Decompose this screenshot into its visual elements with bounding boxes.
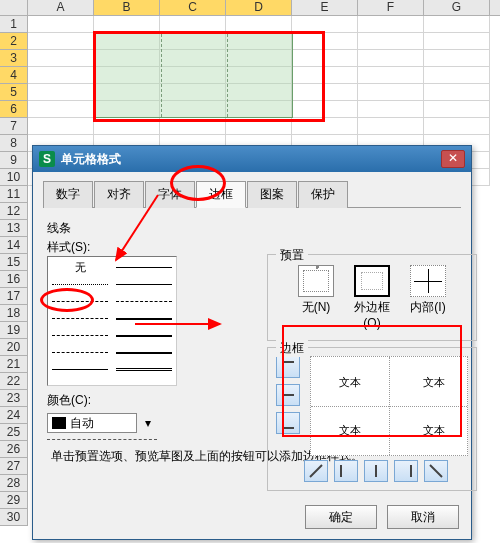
- col-D[interactable]: D: [226, 0, 292, 15]
- row-13[interactable]: 13: [0, 220, 28, 237]
- close-button[interactable]: ✕: [441, 150, 465, 168]
- col-G[interactable]: G: [424, 0, 490, 15]
- tab-border[interactable]: 边框: [196, 181, 246, 208]
- row-11[interactable]: 11: [0, 186, 28, 203]
- row-10[interactable]: 10: [0, 169, 28, 186]
- wps-icon: S: [39, 151, 55, 167]
- row-12[interactable]: 12: [0, 203, 28, 220]
- border-legend: 边框: [276, 340, 308, 357]
- style-opt[interactable]: [52, 329, 108, 342]
- row-28[interactable]: 28: [0, 475, 28, 492]
- border-left-button[interactable]: [334, 460, 358, 482]
- line-section-label: 线条: [47, 220, 197, 237]
- border-right-button[interactable]: [394, 460, 418, 482]
- preset-none[interactable]: 无(N): [295, 265, 337, 330]
- border-diag1-button[interactable]: [304, 460, 328, 482]
- style-opt[interactable]: [116, 261, 172, 274]
- color-value: 自动: [70, 415, 94, 432]
- row-22[interactable]: 22: [0, 373, 28, 390]
- dialog-titlebar[interactable]: S 单元格格式 ✕: [33, 146, 471, 172]
- style-opt[interactable]: [52, 278, 108, 291]
- column-headers: A B C D E F G: [0, 0, 500, 16]
- col-C[interactable]: C: [160, 0, 226, 15]
- line-style-picker[interactable]: 无: [47, 256, 177, 386]
- preset-group: 预置 无(N) 外边框(O) 内部(I): [267, 254, 477, 341]
- row-29[interactable]: 29: [0, 492, 28, 509]
- border-vmid-button[interactable]: [364, 460, 388, 482]
- style-label: 样式(S):: [47, 239, 197, 256]
- row-23[interactable]: 23: [0, 390, 28, 407]
- col-B[interactable]: B: [94, 0, 160, 15]
- row-19[interactable]: 19: [0, 322, 28, 339]
- border-hmid-button[interactable]: [276, 384, 300, 406]
- color-label: 颜色(C):: [47, 392, 197, 409]
- select-all-corner[interactable]: [0, 0, 28, 15]
- dialog-tabs: 数字 对齐 字体 边框 图案 保护: [43, 180, 461, 208]
- row-1[interactable]: 1: [0, 16, 28, 33]
- style-opt[interactable]: [116, 363, 172, 376]
- svg-rect-7: [375, 465, 377, 477]
- col-A[interactable]: A: [28, 0, 94, 15]
- row-8[interactable]: 8: [0, 135, 28, 152]
- row-9[interactable]: 9: [0, 152, 28, 169]
- preset-legend: 预置: [276, 247, 308, 264]
- tab-font[interactable]: 字体: [145, 181, 195, 208]
- row-20[interactable]: 20: [0, 339, 28, 356]
- style-opt[interactable]: [52, 312, 108, 325]
- border-bottom-button[interactable]: [276, 412, 300, 434]
- cancel-button[interactable]: 取消: [387, 505, 459, 529]
- tab-pattern[interactable]: 图案: [247, 181, 297, 208]
- row-15[interactable]: 15: [0, 254, 28, 271]
- color-swatch: [52, 417, 66, 429]
- row-3[interactable]: 3: [0, 50, 28, 67]
- svg-rect-2: [282, 361, 294, 363]
- style-opt[interactable]: [52, 295, 108, 308]
- row-headers: 1 2 3 4 5 6 7 8 9 10 11 12 13 14 15 16 1…: [0, 16, 28, 526]
- cell-format-dialog: S 单元格格式 ✕ 数字 对齐 字体 边框 图案 保护 线条 样式(S): 无: [32, 145, 472, 540]
- tab-number[interactable]: 数字: [43, 181, 93, 208]
- row-2[interactable]: 2: [0, 33, 28, 50]
- style-opt[interactable]: [52, 363, 108, 376]
- svg-line-5: [310, 465, 322, 477]
- style-none[interactable]: 无: [52, 261, 108, 274]
- style-opt[interactable]: [52, 346, 108, 359]
- preset-outline[interactable]: 外边框(O): [351, 265, 393, 330]
- row-4[interactable]: 4: [0, 67, 28, 84]
- row-7[interactable]: 7: [0, 118, 28, 135]
- row-21[interactable]: 21: [0, 356, 28, 373]
- row-18[interactable]: 18: [0, 305, 28, 322]
- row-5[interactable]: 5: [0, 84, 28, 101]
- tab-alignment[interactable]: 对齐: [94, 181, 144, 208]
- ok-button[interactable]: 确定: [305, 505, 377, 529]
- dialog-title: 单元格格式: [61, 151, 441, 168]
- col-F[interactable]: F: [358, 0, 424, 15]
- line-preview: [47, 439, 157, 440]
- spreadsheet-grid: A B C D E F G 1 2 3 4 5 6 7 8 9 10 11 12…: [0, 0, 500, 160]
- row-25[interactable]: 25: [0, 424, 28, 441]
- row-14[interactable]: 14: [0, 237, 28, 254]
- row-17[interactable]: 17: [0, 288, 28, 305]
- row-30[interactable]: 30: [0, 509, 28, 526]
- style-opt[interactable]: [116, 278, 172, 291]
- row-27[interactable]: 27: [0, 458, 28, 475]
- svg-rect-6: [340, 465, 342, 477]
- style-opt[interactable]: [116, 346, 172, 359]
- row-16[interactable]: 16: [0, 271, 28, 288]
- border-top-button[interactable]: [276, 356, 300, 378]
- style-opt[interactable]: [116, 312, 172, 325]
- svg-rect-8: [410, 465, 412, 477]
- style-opt[interactable]: [116, 329, 172, 342]
- col-E[interactable]: E: [292, 0, 358, 15]
- row-6[interactable]: 6: [0, 101, 28, 118]
- color-select[interactable]: 自动: [47, 413, 137, 433]
- svg-rect-3: [282, 394, 294, 396]
- border-preview[interactable]: 文本 文本 文本 文本: [310, 356, 468, 456]
- tab-protection[interactable]: 保护: [298, 181, 348, 208]
- color-dropdown-icon[interactable]: ▾: [141, 416, 155, 430]
- style-opt[interactable]: [116, 295, 172, 308]
- svg-rect-4: [282, 427, 294, 429]
- row-26[interactable]: 26: [0, 441, 28, 458]
- border-diag2-button[interactable]: [424, 460, 448, 482]
- preset-inside[interactable]: 内部(I): [407, 265, 449, 330]
- row-24[interactable]: 24: [0, 407, 28, 424]
